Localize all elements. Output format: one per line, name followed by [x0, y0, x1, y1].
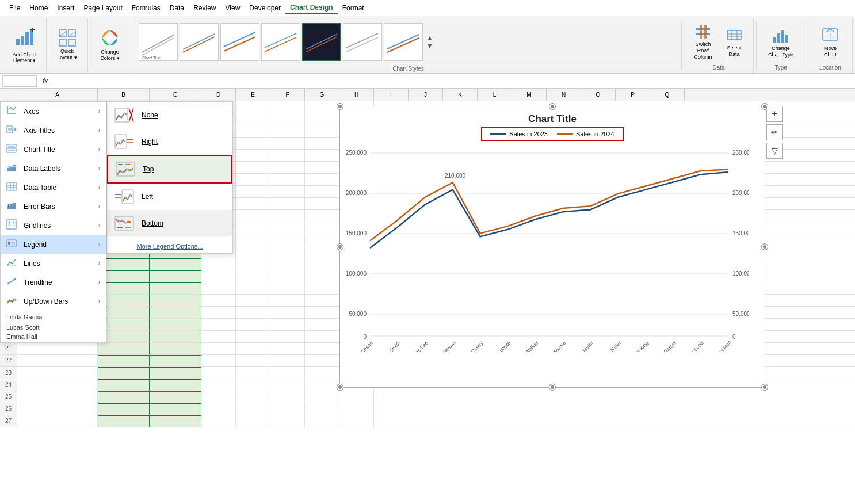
cell-g[interactable] — [305, 295, 339, 307]
cell-c[interactable] — [150, 379, 201, 391]
cell-e[interactable] — [236, 101, 270, 113]
cell-f[interactable] — [270, 246, 305, 258]
cell-f[interactable] — [270, 101, 305, 113]
dropdown-item-axis-titles[interactable]: Axis Titles › — [1, 121, 106, 140]
cell-f[interactable] — [270, 282, 305, 295]
cell-b[interactable] — [98, 355, 150, 367]
cell-d[interactable] — [201, 415, 236, 427]
chart-style-sidebar-button[interactable]: ✏ — [766, 124, 783, 140]
formula-input[interactable] — [56, 77, 853, 85]
cell-g[interactable] — [305, 125, 339, 138]
legend-option-left[interactable]: Left — [107, 184, 232, 210]
chart-style-6[interactable] — [343, 23, 382, 61]
cell-c[interactable] — [150, 258, 201, 270]
cell-e[interactable] — [236, 174, 270, 186]
cell-b[interactable] — [98, 391, 150, 403]
cell-g[interactable] — [305, 234, 339, 246]
cell-g[interactable] — [305, 403, 339, 415]
cell-e[interactable] — [236, 415, 270, 427]
cell-d[interactable] — [201, 258, 236, 270]
chart-handle-br[interactable] — [762, 384, 768, 390]
col-header-f[interactable]: F — [270, 89, 305, 101]
cell-f[interactable] — [270, 125, 305, 138]
cell-e[interactable] — [236, 355, 270, 367]
cell-e[interactable] — [236, 222, 270, 234]
chart-style-1[interactable]: Chart Title — [139, 23, 178, 61]
move-chart-button[interactable]: MoveChart — [813, 22, 848, 62]
cell-e[interactable] — [236, 125, 270, 138]
cell-g[interactable] — [305, 343, 339, 355]
chart-handle-mr[interactable] — [762, 244, 768, 250]
dropdown-item-axes[interactable]: Axes › — [1, 102, 106, 121]
scroll-down-arrow[interactable]: ▼ — [426, 42, 433, 50]
chart-style-4[interactable] — [261, 23, 300, 61]
cell-b[interactable] — [98, 415, 150, 427]
col-header-g[interactable]: G — [305, 89, 339, 101]
dropdown-item-lines[interactable]: Lines › — [1, 254, 106, 273]
legend-option-right[interactable]: Right — [107, 128, 232, 155]
col-header-a[interactable]: A — [17, 89, 98, 101]
legend-option-bottom[interactable]: Bottom — [107, 210, 232, 236]
col-header-q[interactable]: Q — [650, 89, 685, 101]
cell-f[interactable] — [270, 379, 305, 391]
cell-c[interactable] — [150, 343, 201, 355]
cell-g[interactable] — [305, 150, 339, 162]
cell-g[interactable] — [305, 391, 339, 403]
cell-f[interactable] — [270, 355, 305, 367]
chart-style-7[interactable] — [384, 23, 423, 61]
menu-developer[interactable]: Developer — [245, 2, 285, 14]
chart-style-5[interactable] — [302, 23, 341, 61]
cell-g[interactable] — [305, 367, 339, 379]
cell-a[interactable] — [17, 367, 98, 379]
cell-f[interactable] — [270, 391, 305, 403]
cell-c[interactable] — [150, 319, 201, 331]
more-legend-options-link[interactable]: More Legend Options... — [107, 239, 232, 253]
cell-d[interactable] — [201, 391, 236, 403]
cell-f[interactable] — [270, 234, 305, 246]
cell-e[interactable] — [236, 343, 270, 355]
cell-e[interactable] — [236, 210, 270, 222]
cell-e[interactable] — [236, 198, 270, 210]
cell-f[interactable] — [270, 150, 305, 162]
col-header-c[interactable]: C — [150, 89, 201, 101]
cell-f[interactable] — [270, 113, 305, 125]
cell-e[interactable] — [236, 319, 270, 331]
cell-e[interactable] — [236, 331, 270, 343]
cell-d[interactable] — [201, 295, 236, 307]
cell-a[interactable] — [17, 355, 98, 367]
cell-c[interactable] — [150, 403, 201, 415]
cell-b[interactable] — [98, 343, 150, 355]
col-header-h[interactable]: H — [339, 89, 374, 101]
cell-f[interactable] — [270, 403, 305, 415]
cell-e[interactable] — [236, 234, 270, 246]
cell-b[interactable] — [98, 403, 150, 415]
dropdown-item-trendline[interactable]: Trendline › — [1, 273, 106, 292]
cell-d[interactable] — [201, 270, 236, 282]
cell-a[interactable] — [17, 391, 98, 403]
cell-a[interactable] — [17, 415, 98, 427]
cell-f[interactable] — [270, 186, 305, 198]
cell-c[interactable] — [150, 367, 201, 379]
cell-e[interactable] — [236, 138, 270, 150]
col-header-p[interactable]: P — [616, 89, 650, 101]
dropdown-item-error-bars[interactable]: Error Bars › — [1, 197, 106, 216]
cell-g[interactable] — [305, 222, 339, 234]
cell-g[interactable] — [305, 186, 339, 198]
cell-g[interactable] — [305, 113, 339, 125]
cell-f[interactable] — [270, 210, 305, 222]
cell-f[interactable] — [270, 367, 305, 379]
select-data-button[interactable]: SelectData — [720, 22, 749, 62]
cell-d[interactable] — [201, 379, 236, 391]
dropdown-item-data-labels[interactable]: Data Labels › — [1, 159, 106, 178]
chart-style-3[interactable] — [220, 23, 259, 61]
cell-e[interactable] — [236, 379, 270, 391]
cell-c[interactable] — [150, 415, 201, 427]
chart-handle-tl[interactable] — [337, 104, 343, 109]
col-header-n[interactable]: N — [547, 89, 581, 101]
cell-d[interactable] — [201, 403, 236, 415]
cell-e[interactable] — [236, 258, 270, 270]
chart-title[interactable]: Chart Title — [340, 106, 765, 127]
cell-f[interactable] — [270, 174, 305, 186]
cell-f[interactable] — [270, 258, 305, 270]
cell-e[interactable] — [236, 186, 270, 198]
